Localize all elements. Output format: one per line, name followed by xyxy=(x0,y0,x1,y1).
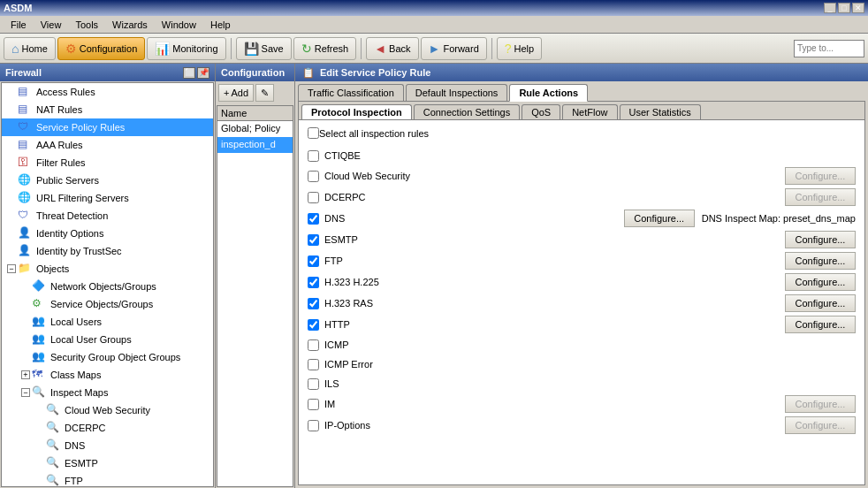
tree-item[interactable]: 🔍Cloud Web Security xyxy=(2,401,213,419)
tree-item[interactable]: 🛡Threat Detection xyxy=(2,207,213,225)
select-all-checkbox[interactable] xyxy=(308,127,319,139)
menu-bar: File View Tools Wizards Window Help xyxy=(0,16,868,34)
tree-item-label: DNS xyxy=(65,440,85,451)
firewall-tree[interactable]: ▤Access Rules▤NAT Rules🛡Service Policy R… xyxy=(1,82,214,487)
outer-tab-1[interactable]: Default Inspections xyxy=(406,84,508,101)
tree-item-label: Objects xyxy=(36,263,69,274)
tree-item[interactable]: ▤NAT Rules xyxy=(2,101,213,118)
inner-tab-1[interactable]: Connection Settings xyxy=(414,104,520,119)
edit-button[interactable]: ✎ xyxy=(255,84,274,102)
tree-item[interactable]: 👤Identity by TrustSec xyxy=(2,242,213,260)
inspection-checkbox-esmtp[interactable] xyxy=(308,234,319,246)
inspection-checkbox-ip-options[interactable] xyxy=(308,420,319,431)
configure-button-esmtp[interactable]: Configure... xyxy=(785,231,856,248)
tree-item[interactable]: ▤AAA Rules xyxy=(2,136,213,154)
add-button[interactable]: + Add xyxy=(218,84,254,102)
tree-item[interactable]: 👥Local Users xyxy=(2,313,213,331)
inspection-checkbox-cloud-web-security[interactable] xyxy=(308,171,319,182)
panel-pin-button[interactable]: 📌 xyxy=(197,67,209,79)
app-title: ASDM xyxy=(4,3,32,13)
outer-tab-0[interactable]: Traffic Classification xyxy=(298,84,404,101)
close-button[interactable]: ✕ xyxy=(852,3,864,13)
menu-wizards[interactable]: Wizards xyxy=(105,18,155,32)
inspection-checkbox-icmp[interactable] xyxy=(308,339,319,351)
back-button[interactable]: ◄ Back xyxy=(366,37,418,60)
configuration-button[interactable]: ⚙ Configuration xyxy=(57,37,145,60)
home-button[interactable]: ⌂ Home xyxy=(4,37,56,60)
inspect-icon: 🔍 xyxy=(46,474,60,487)
home-label: Home xyxy=(21,43,47,54)
inner-tab-2[interactable]: QoS xyxy=(522,104,560,119)
inner-tab-4[interactable]: User Statistics xyxy=(620,104,701,119)
tree-item[interactable]: 🔍DNS xyxy=(2,437,213,454)
tree-item[interactable]: −🔍Inspect Maps xyxy=(2,384,213,401)
menu-help[interactable]: Help xyxy=(203,18,238,32)
tree-item[interactable]: 🔍ESMTP xyxy=(2,454,213,472)
tree-item[interactable]: 🛡Service Policy Rules xyxy=(2,118,213,136)
help-button[interactable]: ? Help xyxy=(497,37,542,60)
select-all-row: Select all inspection rules xyxy=(302,124,861,142)
inspection-row: IMConfigure... xyxy=(302,393,861,415)
tree-item[interactable]: 🔍FTP xyxy=(2,472,213,487)
configure-button-ftp[interactable]: Configure... xyxy=(785,252,856,270)
forward-button[interactable]: ► Forward xyxy=(421,37,487,60)
inspection-checkbox-http[interactable] xyxy=(308,319,319,331)
minimize-button[interactable]: _ xyxy=(824,3,836,13)
tree-item-label: Security Group Object Groups xyxy=(50,352,180,362)
configure-button-cloud-web-security[interactable]: Configure... xyxy=(785,167,856,185)
save-button[interactable]: 💾 Save xyxy=(236,37,292,60)
refresh-button[interactable]: ↻ Refresh xyxy=(293,37,357,60)
inspection-checkbox-h-----h----[interactable] xyxy=(308,277,319,288)
tree-item[interactable]: ⚿Filter Rules xyxy=(2,154,213,172)
tree-item[interactable]: 👥Local User Groups xyxy=(2,331,213,348)
inspection-checkbox-dcerpc[interactable] xyxy=(308,192,319,203)
maximize-button[interactable]: □ xyxy=(838,3,850,13)
inspection-checkbox-ctiqbe[interactable] xyxy=(308,150,319,162)
tree-item[interactable]: 🌐URL Filtering Servers xyxy=(2,189,213,207)
tree-item[interactable]: −📁Objects xyxy=(2,260,213,278)
menu-file[interactable]: File xyxy=(4,18,34,32)
tree-expand-icon[interactable]: − xyxy=(7,264,16,273)
tree-expand-icon[interactable]: − xyxy=(21,388,30,397)
help-label: Help xyxy=(514,43,535,54)
configuration-icon: ⚙ xyxy=(65,42,77,56)
inspection-checkbox-ils[interactable] xyxy=(308,378,319,390)
configure-button-ip-options[interactable]: Configure... xyxy=(785,416,856,434)
configure-button-im[interactable]: Configure... xyxy=(785,395,856,413)
tree-item[interactable]: 👥Security Group Object Groups xyxy=(2,348,213,366)
mid-list-item[interactable]: Global; Policy xyxy=(217,121,293,137)
mid-panel-header: Configuration xyxy=(216,64,294,81)
tree-item[interactable]: 🔷Network Objects/Groups xyxy=(2,278,213,295)
search-input[interactable] xyxy=(794,40,864,57)
menu-window[interactable]: Window xyxy=(155,18,203,32)
tree-item[interactable]: 👤Identity Options xyxy=(2,225,213,242)
inspection-label: IM xyxy=(324,399,785,409)
inspection-list[interactable]: Select all inspection rules CTIQBECloud … xyxy=(299,120,864,484)
mid-list-item[interactable]: inspection_d xyxy=(217,137,293,153)
inspection-checkbox-h-----ras[interactable] xyxy=(308,298,319,309)
inspection-checkbox-ftp[interactable] xyxy=(308,255,319,267)
inspection-checkbox-im[interactable] xyxy=(308,399,319,410)
tree-item[interactable]: 🔍DCERPC xyxy=(2,419,213,437)
configure-button-dns[interactable]: Configure... xyxy=(624,210,695,227)
configure-button-h-----h----[interactable]: Configure... xyxy=(785,273,856,291)
tree-expand-icon[interactable]: + xyxy=(21,370,30,379)
tree-item[interactable]: 🌐Public Servers xyxy=(2,172,213,189)
menu-view[interactable]: View xyxy=(34,18,69,32)
menu-tools[interactable]: Tools xyxy=(68,18,105,32)
tree-item[interactable]: ⚙Service Objects/Groups xyxy=(2,295,213,313)
tree-item[interactable]: ▤Access Rules xyxy=(2,83,213,101)
inspection-label: FTP xyxy=(324,255,785,266)
configure-button-http[interactable]: Configure... xyxy=(785,316,856,333)
inner-tab-3[interactable]: NetFlow xyxy=(562,104,617,119)
left-panel: Firewall ⬜ 📌 ▤Access Rules▤NAT Rules🛡Ser… xyxy=(0,64,216,488)
inspection-checkbox-icmp-error[interactable] xyxy=(308,359,319,370)
outer-tab-2[interactable]: Rule Actions xyxy=(509,84,588,102)
inner-tab-0[interactable]: Protocol Inspection xyxy=(301,104,412,119)
panel-expand-button[interactable]: ⬜ xyxy=(183,67,195,79)
tree-item[interactable]: +🗺Class Maps xyxy=(2,366,213,384)
inspection-checkbox-dns[interactable] xyxy=(308,213,319,225)
configure-button-dcerpc[interactable]: Configure... xyxy=(785,188,856,206)
monitoring-button[interactable]: 📊 Monitoring xyxy=(147,37,225,60)
configure-button-h-----ras[interactable]: Configure... xyxy=(785,294,856,312)
